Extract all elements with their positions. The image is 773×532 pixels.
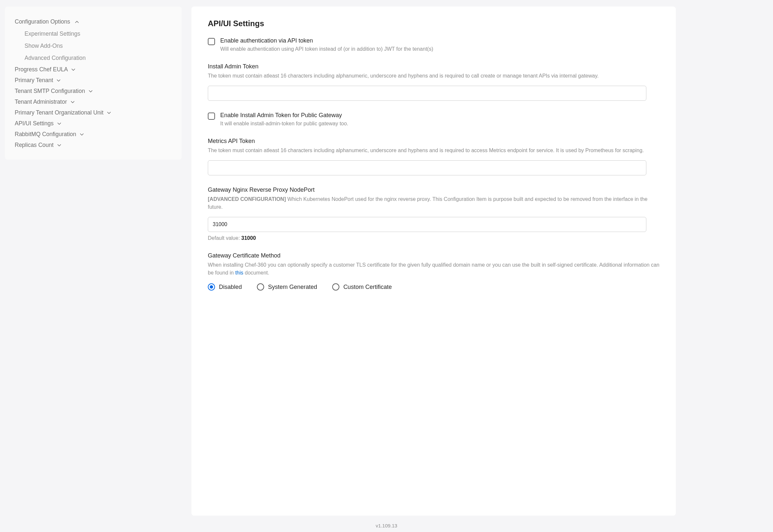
chevron-down-icon (79, 132, 85, 137)
gateway-nodeport-desc: [ADVANCED CONFIGURATION] Which Kubernete… (208, 195, 659, 211)
cert-method-title: Gateway Certificate Method (208, 252, 659, 259)
sidebar-item-rabbitmq[interactable]: RabbitMQ Configuration (5, 129, 182, 140)
sidebar-item-label: Experimental Settings (25, 30, 80, 37)
settings-panel: API/UI Settings Enable authentication vi… (191, 7, 676, 516)
cert-option-custom[interactable]: Custom Certificate (332, 283, 392, 291)
cert-desc-pre: When installing Chef-360 you can optiona… (208, 262, 659, 275)
cert-desc-post: document. (243, 270, 269, 275)
gateway-nodeport-default: Default value: 31000 (208, 235, 659, 241)
sidebar-item-tenant-admin[interactable]: Tenant Administrator (5, 97, 182, 107)
chevron-down-icon (56, 142, 62, 148)
sidebar-item-advanced-config[interactable]: Advanced Configuration (5, 52, 182, 64)
sidebar-item-api-ui[interactable]: API/UI Settings (5, 118, 182, 129)
default-prefix: Default value: (208, 235, 241, 241)
radio-icon (332, 283, 339, 291)
sidebar-item-label: Progress Chef EULA (15, 66, 68, 73)
default-value: 31000 (241, 235, 256, 241)
page-title: API/UI Settings (208, 19, 659, 28)
version-footer: v1.109.13 (0, 516, 773, 532)
radio-icon (208, 283, 215, 291)
enable-admin-public-desc: It will enable install-admin-token for p… (220, 121, 348, 127)
chevron-down-icon (70, 67, 76, 73)
radio-label: Disabled (219, 284, 242, 291)
sidebar-item-addons[interactable]: Show Add-Ons (5, 40, 182, 52)
enable-admin-public-checkbox[interactable] (208, 113, 215, 120)
chevron-down-icon (56, 121, 62, 127)
gateway-nodeport-title: Gateway Nginx Reverse Proxy NodePort (208, 186, 659, 193)
enable-api-token-label: Enable authentication via API token (220, 37, 433, 44)
gateway-nodeport-input[interactable] (208, 217, 646, 232)
sidebar-item-label: API/UI Settings (15, 120, 54, 127)
sidebar-item-label: Tenant Administrator (15, 98, 67, 105)
sidebar-item-label: Primary Tenant (15, 77, 53, 84)
chevron-down-icon (70, 99, 76, 105)
cert-method-desc: When installing Chef-360 you can optiona… (208, 261, 659, 277)
advanced-config-tag: [ADVANCED CONFIGURATION] (208, 196, 286, 202)
cert-option-system-generated[interactable]: System Generated (257, 283, 317, 291)
metrics-token-input[interactable] (208, 160, 646, 175)
radio-label: System Generated (268, 284, 317, 291)
install-admin-token-title: Install Admin Token (208, 63, 659, 70)
sidebar-item-label: Primary Tenant Organizational Unit (15, 109, 103, 116)
sidebar-item-replicas[interactable]: Replicas Count (5, 140, 182, 151)
sidebar-item-org-unit[interactable]: Primary Tenant Organizational Unit (5, 107, 182, 118)
metrics-token-title: Metrics API Token (208, 138, 659, 145)
radio-icon (257, 283, 264, 291)
sidebar-item-label: Replicas Count (15, 142, 54, 149)
sidebar-item-label: Show Add-Ons (25, 43, 63, 49)
enable-api-token-checkbox[interactable] (208, 38, 215, 45)
chevron-down-icon (56, 78, 62, 83)
enable-api-token-desc: Will enable authentication using API tok… (220, 46, 433, 52)
sidebar-item-label: Tenant SMTP Configuration (15, 88, 85, 95)
chevron-down-icon (88, 88, 94, 94)
sidebar-item-primary-tenant[interactable]: Primary Tenant (5, 75, 182, 86)
sidebar-item-smtp[interactable]: Tenant SMTP Configuration (5, 86, 182, 97)
install-admin-token-input[interactable] (208, 86, 646, 101)
radio-label: Custom Certificate (343, 284, 392, 291)
configuration-sidebar: Configuration Options Experimental Setti… (5, 7, 182, 160)
sidebar-group-label: Configuration Options (15, 18, 70, 25)
cert-option-disabled[interactable]: Disabled (208, 283, 242, 291)
install-admin-token-desc: The token must contain atleast 16 charac… (208, 72, 659, 80)
sidebar-item-label: Advanced Configuration (25, 55, 86, 61)
sidebar-group-config-options[interactable]: Configuration Options (5, 16, 182, 28)
chevron-up-icon (74, 19, 80, 25)
metrics-token-desc: The token must contain atleast 16 charac… (208, 147, 659, 154)
sidebar-item-eula[interactable]: Progress Chef EULA (5, 64, 182, 75)
sidebar-item-label: RabbitMQ Configuration (15, 131, 76, 138)
chevron-down-icon (106, 110, 112, 116)
enable-admin-public-label: Enable Install Admin Token for Public Ga… (220, 112, 348, 119)
cert-doc-link[interactable]: this (235, 270, 243, 275)
sidebar-item-experimental[interactable]: Experimental Settings (5, 28, 182, 40)
